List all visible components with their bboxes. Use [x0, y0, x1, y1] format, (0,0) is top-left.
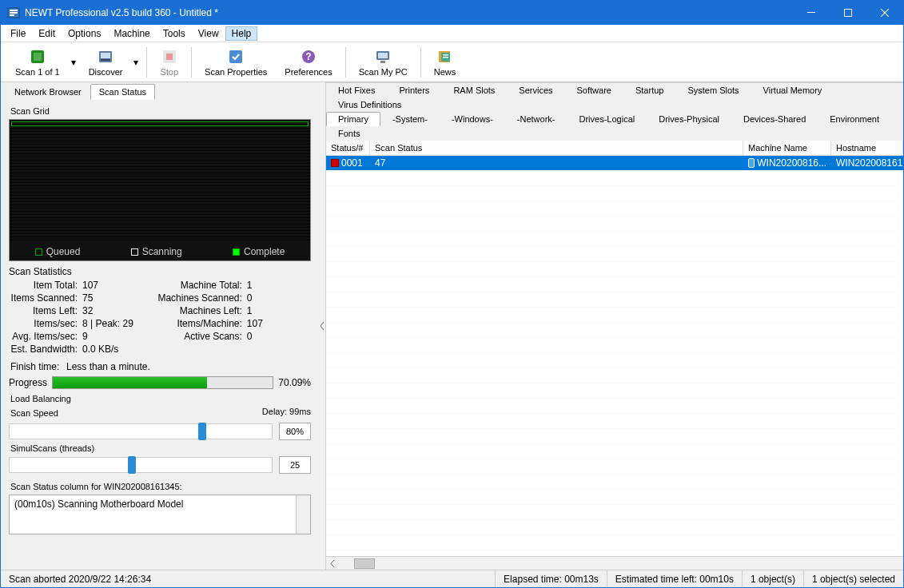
- col-hostname[interactable]: Hostname: [831, 141, 903, 155]
- toolbar-separator: [146, 47, 147, 77]
- news-icon: [436, 48, 454, 66]
- tab-devices-shared[interactable]: Devices-Shared: [731, 112, 818, 126]
- scan-properties-button[interactable]: Scan Properties: [197, 44, 275, 81]
- simulscans-slider[interactable]: [9, 457, 273, 473]
- scroll-left-icon[interactable]: [326, 557, 340, 570]
- col-machine-name[interactable]: Machine Name: [743, 141, 831, 155]
- toolbar-separator: [191, 47, 192, 77]
- scan-grid: Queued Scanning Complete: [9, 119, 311, 261]
- menu-options[interactable]: Options: [62, 26, 107, 41]
- stop-button[interactable]: Stop: [152, 44, 186, 81]
- machines-left: 1: [245, 305, 253, 316]
- tab-fonts[interactable]: Fonts: [326, 126, 372, 141]
- cell-scan: 47: [370, 157, 743, 169]
- tab-scan-status[interactable]: Scan Status: [90, 84, 155, 100]
- status-estimated: Estimated time left: 00m10s: [607, 570, 743, 587]
- menu-view[interactable]: View: [192, 26, 225, 41]
- item-total: 107: [81, 280, 98, 291]
- menubar: File Edit Options Machine Tools View Hel…: [1, 25, 903, 42]
- titlebar[interactable]: NEWT Professional v2.5 build 360 - Untit…: [1, 1, 903, 25]
- tab-windows[interactable]: -Windows-: [440, 112, 505, 126]
- progress-bar: [52, 376, 273, 389]
- status-elapsed: Elapsed time: 00m13s: [496, 570, 607, 587]
- scan-statistics: Scan Statistics Item Total:107 Items Sca…: [9, 266, 311, 373]
- close-button[interactable]: [866, 1, 903, 25]
- machine-total: 1: [245, 280, 253, 291]
- queued-indicator: [11, 121, 309, 126]
- scan-dropdown[interactable]: ▾: [68, 44, 79, 81]
- cell-machine-name: WIN20200816...: [743, 157, 831, 169]
- svg-rect-22: [443, 57, 448, 58]
- machine-icon: [748, 158, 755, 168]
- svg-rect-21: [443, 54, 448, 56]
- col-status[interactable]: Status/#: [326, 141, 370, 155]
- legend-scanning: Scanning: [131, 246, 182, 257]
- tab-virtual-memory[interactable]: Virtual Memory: [751, 83, 834, 97]
- status-main: Scan aborted 2020/9/22 14:26:34: [1, 570, 496, 587]
- svg-rect-17: [378, 53, 388, 58]
- tab-ram-slots[interactable]: RAM Slots: [441, 83, 507, 97]
- est-bandwidth: 0.0 KB/s: [81, 344, 118, 355]
- table-row[interactable]: 0001 47 WIN20200816... WIN20200816134: [326, 156, 903, 170]
- discover-button[interactable]: Discover: [81, 44, 131, 81]
- right-tabs-top: Hot Fixes Printers RAM Slots Services So…: [326, 83, 903, 112]
- col-scan-status[interactable]: Scan Status: [370, 141, 743, 155]
- discover-dropdown[interactable]: ▾: [130, 44, 141, 81]
- news-button[interactable]: News: [426, 44, 464, 81]
- content-area: Network Browser Scan Status Scan Grid Qu…: [1, 82, 903, 570]
- scan-icon: [29, 48, 46, 66]
- tab-network-browser[interactable]: Network Browser: [6, 84, 90, 100]
- tab-virus-definitions[interactable]: Virus Definitions: [326, 97, 413, 112]
- tab-software[interactable]: Software: [565, 83, 623, 97]
- horizontal-scrollbar[interactable]: [326, 556, 903, 570]
- tab-environment[interactable]: Environment: [818, 112, 891, 126]
- tab-startup[interactable]: Startup: [623, 83, 675, 97]
- items-machine: 107: [245, 318, 263, 329]
- grid-body[interactable]: 0001 47 WIN20200816... WIN20200816134: [326, 156, 903, 556]
- svg-rect-13: [229, 50, 242, 63]
- menu-file[interactable]: File: [4, 26, 32, 41]
- svg-text:?: ?: [305, 51, 311, 62]
- delay-label: Delay: 99ms: [262, 407, 311, 421]
- scan-status-column-label: Scan Status column for WIN202008161345:: [10, 482, 311, 491]
- stop-icon: [161, 48, 178, 66]
- scan-my-pc-button[interactable]: Scan My PC: [351, 44, 416, 81]
- preferences-icon: ?: [300, 48, 317, 66]
- menu-edit[interactable]: Edit: [32, 26, 62, 41]
- properties-icon: [227, 48, 245, 66]
- scan-grid-label: Scan Grid: [10, 106, 311, 116]
- progress-label: Progress: [9, 377, 47, 388]
- svg-rect-18: [380, 61, 385, 63]
- scan-speed-slider[interactable]: [9, 423, 273, 439]
- right-tabs-bottom: Primary -System- -Windows- -Network- Dri…: [326, 112, 903, 141]
- items-scanned: 75: [81, 292, 93, 304]
- tab-drives-physical[interactable]: Drives-Physical: [647, 112, 731, 126]
- tab-network[interactable]: -Network-: [505, 112, 567, 126]
- minimize-button[interactable]: [793, 1, 830, 25]
- progress-percent: 70.09%: [278, 377, 311, 388]
- menu-help[interactable]: Help: [225, 26, 258, 41]
- preferences-button[interactable]: ? Preferences: [277, 44, 340, 81]
- tab-printers[interactable]: Printers: [387, 83, 441, 97]
- scrollbar-thumb[interactable]: [354, 558, 375, 569]
- tab-drives-logical[interactable]: Drives-Logical: [567, 112, 647, 126]
- menu-tools[interactable]: Tools: [157, 26, 192, 41]
- tab-primary[interactable]: Primary: [326, 112, 380, 126]
- scan-button[interactable]: Scan 1 of 1: [7, 44, 68, 81]
- machines-scanned: 0: [245, 292, 253, 304]
- menu-machine[interactable]: Machine: [107, 26, 156, 41]
- tab-services[interactable]: Services: [507, 83, 564, 97]
- splitter[interactable]: [319, 82, 325, 570]
- progress-row: Progress 70.09%: [9, 376, 311, 389]
- pc-icon: [374, 48, 392, 66]
- tab-system[interactable]: -System-: [380, 112, 440, 126]
- simulscans-label: SimulScans (threads): [10, 443, 311, 453]
- tab-hot-fixes[interactable]: Hot Fixes: [326, 83, 387, 97]
- grid-header: Status/# Scan Status Machine Name Hostna…: [326, 141, 903, 156]
- status-objects: 1 object(s): [743, 570, 804, 587]
- tab-system-slots[interactable]: System Slots: [675, 83, 751, 97]
- right-pane: Hot Fixes Printers RAM Slots Services So…: [325, 82, 903, 570]
- status-selected: 1 object(s) selected: [804, 570, 903, 587]
- maximize-button[interactable]: [830, 1, 866, 25]
- toolbar-separator: [420, 47, 421, 77]
